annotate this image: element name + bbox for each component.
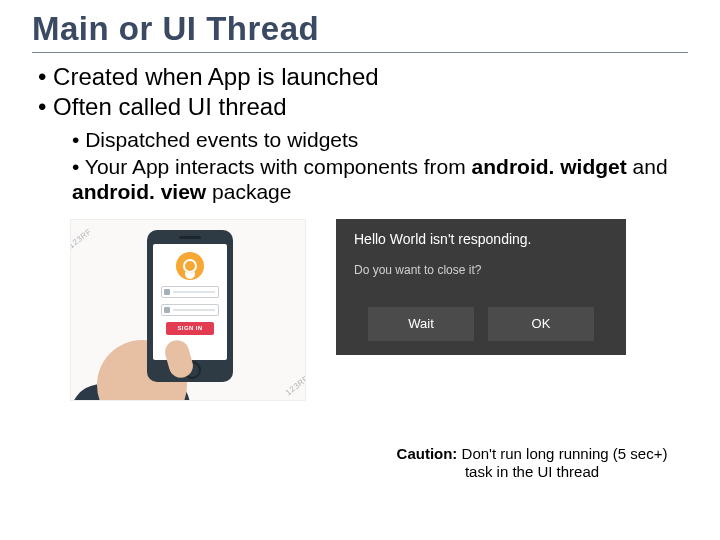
ok-button: OK xyxy=(488,307,594,341)
watermark: 123RF xyxy=(285,373,306,396)
anr-subtitle: Do you want to close it? xyxy=(354,263,481,277)
wait-button: Wait xyxy=(368,307,474,341)
text: and xyxy=(627,155,668,178)
text-bold: android. view xyxy=(72,180,206,203)
bullet-item: Your App interacts with components from … xyxy=(72,154,688,204)
anr-dialog: Hello World isn't responding. Do you wan… xyxy=(336,219,626,355)
phone-screen: SIGN IN xyxy=(153,244,227,360)
bullet-item: Dispatched events to widgets xyxy=(72,127,688,152)
anr-button-row: Wait OK xyxy=(336,307,626,341)
slide-title: Main or UI Thread xyxy=(32,10,688,50)
signin-button: SIGN IN xyxy=(166,322,214,335)
username-field xyxy=(161,286,219,298)
password-field xyxy=(161,304,219,316)
caution-text: Don't run long running (5 sec+) task in … xyxy=(457,445,667,481)
text-bold: android. widget xyxy=(472,155,627,178)
avatar-icon xyxy=(176,252,204,280)
anr-title: Hello World isn't responding. xyxy=(354,231,532,247)
text: Your App interacts with components from xyxy=(85,155,472,178)
text: package xyxy=(206,180,291,203)
caution-label: Caution: xyxy=(397,445,458,462)
phone-speaker-icon xyxy=(179,236,201,239)
bullet-item: Created when App is launched xyxy=(38,63,688,91)
caution-note: Caution: Don't run long running (5 sec+)… xyxy=(382,445,682,483)
watermark: 123RF xyxy=(70,226,93,249)
title-underline xyxy=(32,52,688,53)
login-illustration: 123RF 123RF SIGN IN xyxy=(70,219,306,401)
bullet-list-sub: Dispatched events to widgets Your App in… xyxy=(72,127,688,205)
bullet-list-top: Created when App is launched Often calle… xyxy=(38,63,688,121)
bullet-item: Often called UI thread xyxy=(38,93,688,121)
